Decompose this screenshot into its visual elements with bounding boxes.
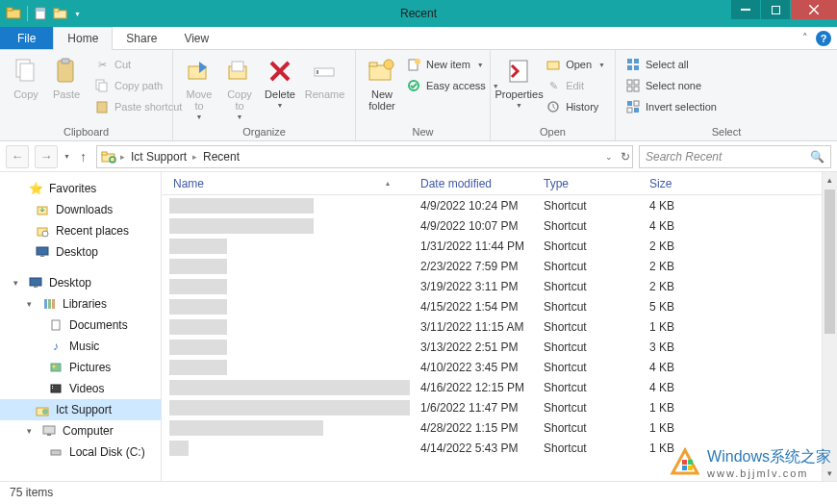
tab-home[interactable]: Home — [53, 27, 113, 50]
sidebar-pictures[interactable]: Pictures — [0, 357, 161, 378]
new-folder-button[interactable]: New folder — [362, 54, 402, 113]
column-type[interactable]: Type — [532, 177, 638, 190]
sidebar-downloads[interactable]: Downloads — [0, 199, 161, 220]
invert-selection-button[interactable]: Invert selection — [621, 98, 721, 115]
copy-button[interactable]: Copy — [6, 54, 46, 102]
sidebar-favorites[interactable]: ⭐Favorites — [0, 178, 161, 199]
table-row[interactable]: 4/9/2022 10:24 PMShortcut4 KB — [162, 195, 837, 215]
address-bar[interactable]: ▸ Ict Support ▸ Recent ⌄ ↻ — [96, 145, 633, 168]
delete-button[interactable]: Delete▼ — [260, 54, 300, 111]
rename-icon — [309, 56, 340, 87]
organize-group-label: Organize — [173, 126, 355, 140]
column-size[interactable]: Size — [638, 177, 724, 190]
sidebar-computer[interactable]: ▾Computer — [0, 420, 161, 441]
select-none-button[interactable]: Select none — [621, 77, 721, 94]
table-row[interactable]: 4/28/2022 1:15 PMShortcut1 KB — [162, 417, 837, 438]
column-date[interactable]: Date modified — [409, 177, 532, 190]
sidebar-desktop[interactable]: ▾Desktop — [0, 272, 161, 293]
new-item-button[interactable]: New item▼ — [402, 56, 503, 73]
edit-button[interactable]: ✎Edit — [542, 77, 609, 94]
table-row[interactable]: 4/9/2022 10:07 PMShortcut4 KB — [162, 215, 837, 236]
table-row[interactable]: 4/15/2022 1:54 PMShortcut5 KB — [162, 296, 837, 316]
scroll-up-icon[interactable]: ▴ — [823, 172, 837, 188]
maximize-button[interactable] — [761, 0, 790, 19]
table-row[interactable]: 4/10/2022 3:45 PMShortcut4 KB — [162, 357, 837, 377]
sidebar-recent-places[interactable]: Recent places — [0, 220, 161, 241]
folder-app-icon — [6, 6, 21, 21]
close-button[interactable] — [791, 0, 837, 19]
address-dropdown-icon[interactable]: ⌄ — [605, 152, 613, 162]
cut-button[interactable]: ✂Cut — [90, 56, 186, 73]
qat-newfolder-icon[interactable] — [53, 6, 68, 21]
svg-rect-52 — [30, 278, 41, 286]
history-dropdown-icon[interactable]: ▼ — [63, 153, 70, 160]
table-row[interactable]: 1/6/2022 11:47 PMShortcut1 KB — [162, 397, 837, 417]
downloads-icon — [35, 202, 50, 217]
sidebar-music[interactable]: ♪Music — [0, 336, 161, 357]
help-icon[interactable]: ? — [816, 31, 831, 46]
search-input[interactable]: Search Recent 🔍 — [639, 145, 831, 168]
table-row[interactable]: 2/23/2022 7:59 PMShortcut2 KB — [162, 256, 837, 276]
tab-view[interactable]: View — [170, 27, 222, 49]
expand-icon[interactable]: ▾ — [13, 278, 22, 288]
chevron-right-icon[interactable]: ▸ — [120, 152, 125, 162]
svg-rect-24 — [369, 63, 377, 66]
address-folder-icon — [101, 149, 116, 164]
sidebar-documents[interactable]: Documents — [0, 315, 161, 336]
forward-button[interactable]: → — [35, 145, 58, 168]
column-name[interactable]: Name▴ — [162, 177, 409, 190]
back-button[interactable]: ← — [6, 145, 29, 168]
copy-path-button[interactable]: Copy path — [90, 77, 186, 94]
paste-shortcut-button[interactable]: Paste shortcut — [90, 98, 186, 115]
move-to-icon — [184, 56, 215, 87]
paste-button[interactable]: Paste — [46, 54, 87, 102]
ribbon: Copy Paste ✂Cut Copy path Paste shortcut… — [0, 50, 837, 141]
tab-share[interactable]: Share — [113, 27, 170, 49]
breadcrumb-recent[interactable]: Recent — [201, 150, 241, 164]
sidebar-desktop-fav[interactable]: Desktop — [0, 241, 161, 263]
collapse-ribbon-icon[interactable]: ˄ — [802, 32, 808, 44]
qat-properties-icon[interactable] — [34, 6, 49, 21]
breadcrumb-ict-support[interactable]: Ict Support — [129, 150, 189, 164]
history-button[interactable]: History — [542, 98, 609, 115]
table-row[interactable]: 4/16/2022 12:15 PMShortcut4 KB — [162, 377, 837, 397]
new-group-label: New — [356, 126, 490, 140]
expand-icon[interactable]: ▾ — [27, 299, 36, 309]
new-folder-icon — [367, 56, 397, 87]
table-row[interactable]: 1/31/2022 11:44 PMShortcut2 KB — [162, 236, 837, 256]
scrollbar-thumb[interactable] — [824, 189, 835, 334]
table-row[interactable]: 3/19/2022 3:11 PMShortcut2 KB — [162, 276, 837, 296]
sidebar-ict-support[interactable]: Ict Support — [0, 399, 161, 420]
desktop-icon — [35, 244, 50, 260]
file-list: Name▴ Date modified Type Size 4/9/2022 1… — [162, 172, 837, 481]
sidebar-local-disk[interactable]: Local Disk (C:) — [0, 441, 161, 463]
chevron-right-icon[interactable]: ▸ — [192, 152, 197, 162]
svg-rect-22 — [317, 70, 318, 74]
svg-point-59 — [53, 365, 56, 368]
expand-icon[interactable]: ▾ — [27, 426, 36, 436]
qat-dropdown-icon[interactable]: ▼ — [74, 11, 81, 17]
copy-to-button[interactable]: Copy to▼ — [219, 54, 260, 122]
file-tab[interactable]: File — [0, 27, 53, 49]
watermark-text1: Windows — [707, 448, 770, 465]
refresh-icon[interactable]: ↻ — [621, 150, 630, 164]
select-all-button[interactable]: Select all — [621, 56, 721, 73]
copy-path-icon — [94, 78, 110, 93]
search-placeholder: Search Recent — [646, 150, 722, 164]
table-row[interactable]: 3/11/2022 11:15 AMShortcut1 KB — [162, 316, 837, 337]
svg-rect-66 — [47, 434, 51, 436]
sidebar-libraries[interactable]: ▾Libraries — [0, 293, 161, 315]
sidebar-videos[interactable]: Videos — [0, 378, 161, 399]
open-button[interactable]: Open▼ — [542, 56, 609, 73]
table-row[interactable]: 3/13/2022 2:51 PMShortcut3 KB — [162, 337, 837, 357]
vertical-scrollbar[interactable]: ▴ ▾ — [822, 172, 837, 481]
move-to-button[interactable]: Move to▼ — [179, 54, 219, 122]
properties-button[interactable]: Properties▼ — [496, 54, 542, 111]
sidebar: ⭐Favorites Downloads Recent places Deskt… — [0, 172, 162, 481]
minimize-button[interactable] — [731, 0, 760, 19]
select-none-icon — [625, 78, 641, 93]
rename-button[interactable]: Rename — [300, 54, 349, 102]
easy-access-button[interactable]: Easy access▼ — [402, 77, 503, 94]
svg-rect-34 — [627, 65, 632, 70]
up-button[interactable]: ↑ — [76, 149, 90, 164]
